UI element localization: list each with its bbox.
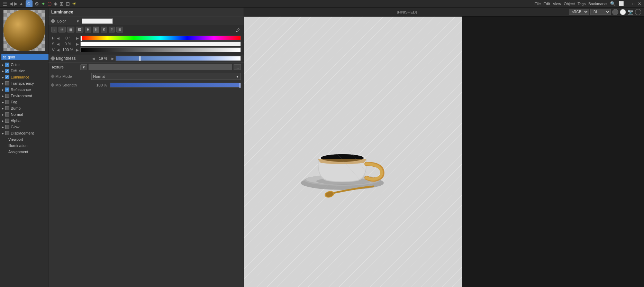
normal-checkbox[interactable] xyxy=(5,112,9,117)
up-button[interactable]: ▲ xyxy=(19,1,24,6)
sat-decrease-btn[interactable]: ◀ xyxy=(57,42,60,46)
channel-item-glow[interactable]: ▸ Glow xyxy=(0,124,48,130)
sat-slider[interactable] xyxy=(80,41,241,46)
channel-item-luminance[interactable]: ▸ Luminance xyxy=(0,74,48,80)
channel-item-illumination[interactable]: Illumination xyxy=(0,142,48,149)
fog-checkbox[interactable] xyxy=(5,100,9,104)
picker-image-btn[interactable]: 🖼 xyxy=(76,27,83,33)
diffusion-checkbox[interactable] xyxy=(5,69,9,73)
mix-mode-diamond-icon xyxy=(51,74,54,78)
color-mode-select[interactable]: sRGB Linear xyxy=(569,9,589,15)
val-slider[interactable] xyxy=(80,47,241,52)
glow-checkbox[interactable] xyxy=(5,125,9,129)
viewport-content xyxy=(244,17,644,287)
picker-arrows-btn[interactable]: ↕ xyxy=(51,27,57,33)
picker-r-btn[interactable]: R xyxy=(85,27,91,33)
transparency-checkbox[interactable] xyxy=(5,81,9,85)
channel-item-color[interactable]: ▸ Color xyxy=(0,62,48,68)
menu-bookmarks[interactable]: Bookmarks xyxy=(588,2,607,6)
texture-label: Texture xyxy=(51,65,79,69)
hue-decrease-btn[interactable]: ◀ xyxy=(57,36,60,40)
color-row: Color ▼ xyxy=(48,17,244,25)
close-button[interactable]: ✕ xyxy=(638,1,641,6)
alpha-checkbox[interactable] xyxy=(5,119,9,123)
color-checkbox[interactable] xyxy=(5,63,9,67)
channel-item-bump[interactable]: ▸ Bump xyxy=(0,105,48,111)
texture-browse-button[interactable]: ... xyxy=(234,64,241,70)
material-preview xyxy=(3,10,45,51)
menu-edit[interactable]: Edit xyxy=(544,2,550,6)
sat-label: S xyxy=(51,42,55,46)
mix-mode-dropdown[interactable]: Normal ▼ xyxy=(91,73,241,80)
camera-btn[interactable]: 📷 xyxy=(627,9,634,15)
maximize-button[interactable]: □ xyxy=(633,1,635,6)
brightness-slider[interactable] xyxy=(116,56,241,61)
val-slider-row: V ◀ 100 % ▶ xyxy=(51,47,241,52)
picker-hash-btn[interactable]: # xyxy=(109,27,115,33)
channel-item-assignment[interactable]: Assignment xyxy=(0,149,48,155)
channel-item-diffusion[interactable]: ▸ Diffusion xyxy=(0,68,48,74)
val-label: V xyxy=(51,48,55,52)
light-sphere-3[interactable] xyxy=(635,9,641,15)
back-button[interactable]: ◀ xyxy=(9,1,13,6)
channel-item-normal[interactable]: ▸ Normal xyxy=(0,111,48,118)
val-increase-btn[interactable]: ▶ xyxy=(76,48,79,52)
light-icon[interactable]: ☀ xyxy=(72,1,76,7)
channel-item-fog[interactable]: ▸ Fog xyxy=(0,99,48,105)
menu-file[interactable]: File xyxy=(535,2,541,6)
luminance-checkbox[interactable] xyxy=(5,75,9,79)
shape-icon[interactable]: ⬡ xyxy=(47,1,52,7)
mix-strength-slider[interactable] xyxy=(110,83,241,87)
nav-buttons: ◀ ▶ ▲ xyxy=(9,1,24,6)
material-name-input[interactable] xyxy=(1,54,52,60)
hue-slider[interactable] xyxy=(80,36,241,40)
reflectance-checkbox[interactable] xyxy=(5,87,9,92)
environment-checkbox[interactable] xyxy=(5,94,9,98)
minimize-button[interactable]: ─ xyxy=(627,1,630,6)
picker-grid2-btn[interactable]: ⊞ xyxy=(116,27,123,33)
channel-label-environment: Environment xyxy=(11,94,32,98)
channel-item-alpha[interactable]: ▸ Alpha xyxy=(0,118,48,124)
channel-item-environment[interactable]: ▸ Environment xyxy=(0,93,48,99)
hue-increase-btn[interactable]: ▶ xyxy=(76,36,79,40)
color-dropdown[interactable]: ▼ xyxy=(76,19,80,23)
brightness-increase-btn[interactable]: ▶ xyxy=(111,57,114,61)
picker-grid-btn[interactable]: ▦ xyxy=(67,27,74,33)
channel-item-displacement[interactable]: ▸ Displacement xyxy=(0,130,48,136)
cube-icon[interactable]: ⬡ xyxy=(26,0,33,7)
forward-button[interactable]: ▶ xyxy=(14,1,18,6)
eyedropper-button[interactable]: 🖊 xyxy=(236,27,241,33)
channel-label-normal: Normal xyxy=(11,112,23,117)
val-decrease-btn[interactable]: ◀ xyxy=(57,48,60,52)
menu-view[interactable]: View xyxy=(553,2,561,6)
light-sphere-1[interactable] xyxy=(612,9,618,15)
node-icon[interactable]: ✦ xyxy=(41,1,45,7)
color-label: Color xyxy=(57,19,74,23)
gear-icon[interactable]: ⚙ xyxy=(35,1,39,7)
brightness-decrease-btn[interactable]: ◀ xyxy=(92,57,95,61)
channel-item-transparency[interactable]: ▸ Transparency xyxy=(0,80,48,86)
spline-icon[interactable]: ◈ xyxy=(54,1,57,7)
resize-icon[interactable]: ⬜ xyxy=(618,1,624,6)
camera-icon[interactable]: ⊡ xyxy=(66,1,70,7)
teacup-svg xyxy=(290,103,394,200)
picker-k-btn[interactable]: K xyxy=(101,27,107,33)
texture-type-dropdown[interactable]: ▼ xyxy=(80,64,87,70)
picker-h-btn[interactable]: H xyxy=(93,27,99,33)
picker-circle-btn[interactable]: ◎ xyxy=(58,27,66,33)
light-sphere-2[interactable] xyxy=(620,9,626,15)
channel-label-illumination: Illumination xyxy=(8,144,28,148)
menu-object[interactable]: Object xyxy=(564,2,575,6)
bump-checkbox[interactable] xyxy=(5,106,9,110)
search-icon[interactable]: 🔍 xyxy=(610,1,616,6)
channel-item-viewport[interactable]: Viewport xyxy=(0,136,48,142)
color-swatch[interactable] xyxy=(82,18,113,24)
dl-mode-select[interactable]: DL No DL xyxy=(590,9,611,15)
texture-input[interactable] xyxy=(89,64,232,70)
sat-increase-btn[interactable]: ▶ xyxy=(76,42,79,46)
channel-item-reflectance[interactable]: ▸ Reflectance xyxy=(0,86,48,93)
hamburger-icon[interactable]: ☰ xyxy=(3,1,7,7)
menu-tags[interactable]: Tags xyxy=(578,2,586,6)
displacement-checkbox[interactable] xyxy=(5,131,9,135)
array-icon[interactable]: ⊞ xyxy=(60,1,64,7)
